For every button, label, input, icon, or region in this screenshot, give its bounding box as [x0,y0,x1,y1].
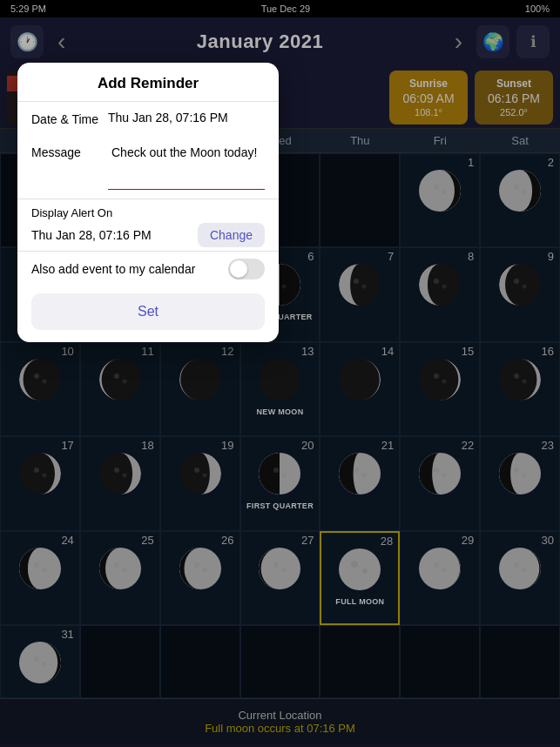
dialog-message-row: Message [17,135,279,199]
alert-time: Thu Jan 28, 07:16 PM [31,228,152,242]
calendar-toggle-label: Also add event to my calendar [31,262,195,276]
calendar-toggle[interactable] [228,259,265,279]
alert-section: Display Alert On Thu Jan 28, 07:16 PM Ch… [17,199,279,251]
message-label: Message [31,144,101,159]
dialog-datetime-row: Date & Time Thu Jan 28, 07:16 PM [17,102,279,135]
toggle-knob [230,260,247,278]
calendar-toggle-row: Also add event to my calendar [17,252,279,286]
reminder-dialog: Add Reminder Date & Time Thu Jan 28, 07:… [17,63,279,342]
datetime-value: Thu Jan 28, 07:16 PM [108,111,228,124]
change-button[interactable]: Change [198,223,265,247]
set-btn-row: Set [17,286,279,342]
alert-row: Thu Jan 28, 07:16 PM Change [31,223,265,247]
alert-label: Display Alert On [31,206,265,219]
message-input[interactable] [108,144,265,190]
set-button[interactable]: Set [31,293,265,330]
dialog-title: Add Reminder [17,63,279,102]
datetime-label: Date & Time [31,111,101,126]
